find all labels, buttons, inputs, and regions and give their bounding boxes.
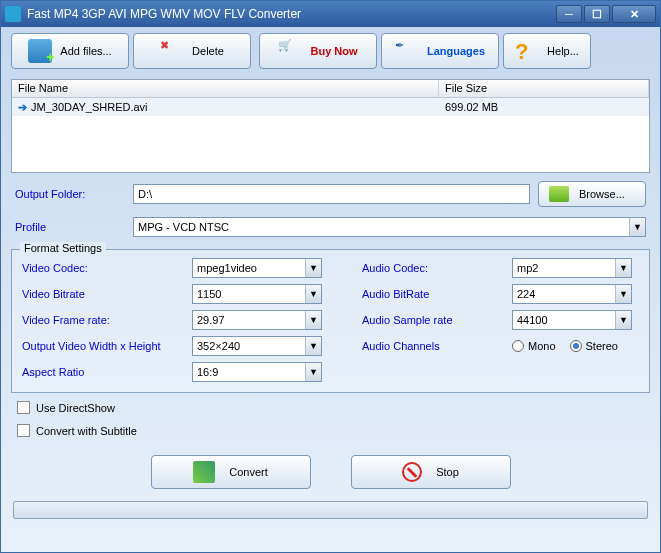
profile-value: MPG - VCD NTSC: [138, 221, 229, 233]
languages-label: Languages: [427, 45, 485, 57]
progress-bar: [13, 501, 648, 519]
chevron-down-icon: ▼: [615, 311, 631, 329]
video-bitrate-value: 1150: [197, 288, 221, 300]
chevron-down-icon: ▼: [615, 259, 631, 277]
subtitle-row: Convert with Subtitle: [11, 422, 650, 439]
video-codec-value: mpeg1video: [197, 262, 257, 274]
convert-icon: [193, 461, 215, 483]
directshow-checkbox[interactable]: [17, 401, 30, 414]
video-bitrate-dropdown[interactable]: 1150▼: [192, 284, 322, 304]
action-row: Convert Stop: [11, 445, 650, 495]
stereo-radio[interactable]: Stereo: [570, 340, 618, 352]
browse-button[interactable]: Browse...: [538, 181, 646, 207]
audio-sample-value: 44100: [517, 314, 548, 326]
audio-codec-dropdown[interactable]: mp2▼: [512, 258, 632, 278]
chevron-down-icon: ▼: [305, 285, 321, 303]
col-header-filename[interactable]: File Name: [12, 80, 439, 97]
video-bitrate-label: Video Bitrate: [22, 288, 192, 300]
window-buttons: ─ ☐ ✕: [556, 5, 656, 23]
browse-label: Browse...: [579, 188, 625, 200]
video-framerate-dropdown[interactable]: 29.97▼: [192, 310, 322, 330]
audio-sample-label: Audio Sample rate: [362, 314, 512, 326]
window-title: Fast MP4 3GP AVI MPG WMV MOV FLV Convert…: [27, 7, 556, 21]
maximize-button[interactable]: ☐: [584, 5, 610, 23]
languages-button[interactable]: ✒ Languages: [381, 33, 499, 69]
app-window: Fast MP4 3GP AVI MPG WMV MOV FLV Convert…: [0, 0, 661, 553]
app-icon: [5, 6, 21, 22]
format-settings-legend: Format Settings: [20, 242, 106, 254]
subtitle-label: Convert with Subtitle: [36, 425, 137, 437]
stop-icon: [402, 462, 422, 482]
row-filename-cell: ➔ JM_30DAY_SHRED.avi: [12, 101, 439, 114]
chevron-down-icon: ▼: [615, 285, 631, 303]
delete-label: Delete: [192, 45, 224, 57]
chevron-down-icon: ▼: [305, 311, 321, 329]
stop-button[interactable]: Stop: [351, 455, 511, 489]
buy-now-label: Buy Now: [310, 45, 357, 57]
delete-icon: ✖: [160, 39, 184, 63]
chevron-down-icon: ▼: [305, 337, 321, 355]
aspect-ratio-dropdown[interactable]: 16:9▼: [192, 362, 322, 382]
minimize-button[interactable]: ─: [556, 5, 582, 23]
video-size-dropdown[interactable]: 352×240▼: [192, 336, 322, 356]
audio-channels-label: Audio Channels: [362, 340, 512, 352]
aspect-ratio-label: Aspect Ratio: [22, 366, 192, 378]
content: File Name File Size ➔ JM_30DAY_SHRED.avi…: [1, 75, 660, 552]
titlebar: Fast MP4 3GP AVI MPG WMV MOV FLV Convert…: [1, 1, 660, 27]
cart-icon: 🛒: [278, 39, 302, 63]
audio-bitrate-dropdown[interactable]: 224▼: [512, 284, 632, 304]
audio-bitrate-value: 224: [517, 288, 535, 300]
folder-icon: [549, 186, 569, 202]
video-size-value: 352×240: [197, 340, 240, 352]
output-folder-label: Output Folder:: [15, 188, 125, 200]
video-framerate-label: Video Frame rate:: [22, 314, 192, 326]
table-row[interactable]: ➔ JM_30DAY_SHRED.avi 699.02 MB: [12, 98, 649, 116]
audio-sample-dropdown[interactable]: 44100▼: [512, 310, 632, 330]
add-files-label: Add files...: [60, 45, 111, 57]
mono-label: Mono: [528, 340, 556, 352]
video-size-label: Output Video Width x Height: [22, 340, 192, 352]
subtitle-checkbox[interactable]: [17, 424, 30, 437]
format-settings-group: Format Settings Video Codec: mpeg1video▼…: [11, 249, 650, 393]
add-files-button[interactable]: Add files...: [11, 33, 129, 69]
stop-label: Stop: [436, 466, 459, 478]
file-list[interactable]: File Name File Size ➔ JM_30DAY_SHRED.avi…: [11, 79, 650, 173]
toolbar: Add files... ✖ Delete 🛒 Buy Now ✒ Langua…: [1, 27, 660, 75]
close-button[interactable]: ✕: [612, 5, 656, 23]
chevron-down-icon: ▼: [629, 218, 645, 236]
video-codec-dropdown[interactable]: mpeg1video▼: [192, 258, 322, 278]
output-folder-input[interactable]: [133, 184, 530, 204]
video-codec-label: Video Codec:: [22, 262, 192, 274]
radio-icon: [570, 340, 582, 352]
output-folder-row: Output Folder: Browse...: [11, 179, 650, 209]
profile-row: Profile MPG - VCD NTSC ▼: [11, 215, 650, 239]
chevron-down-icon: ▼: [305, 259, 321, 277]
profile-dropdown[interactable]: MPG - VCD NTSC ▼: [133, 217, 646, 237]
arrow-right-icon: ➔: [18, 101, 27, 114]
help-icon: ?: [515, 39, 539, 63]
audio-codec-value: mp2: [517, 262, 538, 274]
add-files-icon: [28, 39, 52, 63]
row-filesize: 699.02 MB: [439, 101, 649, 113]
help-label: Help...: [547, 45, 579, 57]
stereo-label: Stereo: [586, 340, 618, 352]
col-header-filesize[interactable]: File Size: [439, 80, 649, 97]
convert-button[interactable]: Convert: [151, 455, 311, 489]
languages-icon: ✒: [395, 39, 419, 63]
directshow-label: Use DirectShow: [36, 402, 115, 414]
chevron-down-icon: ▼: [305, 363, 321, 381]
help-button[interactable]: ? Help...: [503, 33, 591, 69]
aspect-ratio-value: 16:9: [197, 366, 218, 378]
audio-bitrate-label: Audio BitRate: [362, 288, 512, 300]
delete-button[interactable]: ✖ Delete: [133, 33, 251, 69]
video-framerate-value: 29.97: [197, 314, 225, 326]
mono-radio[interactable]: Mono: [512, 340, 556, 352]
audio-channels-group: Mono Stereo: [512, 340, 632, 352]
file-list-header: File Name File Size: [12, 80, 649, 98]
convert-label: Convert: [229, 466, 268, 478]
profile-label: Profile: [15, 221, 125, 233]
row-filename: JM_30DAY_SHRED.avi: [31, 101, 148, 113]
radio-icon: [512, 340, 524, 352]
format-settings-grid: Video Codec: mpeg1video▼ Audio Codec: mp…: [22, 258, 639, 382]
buy-now-button[interactable]: 🛒 Buy Now: [259, 33, 377, 69]
